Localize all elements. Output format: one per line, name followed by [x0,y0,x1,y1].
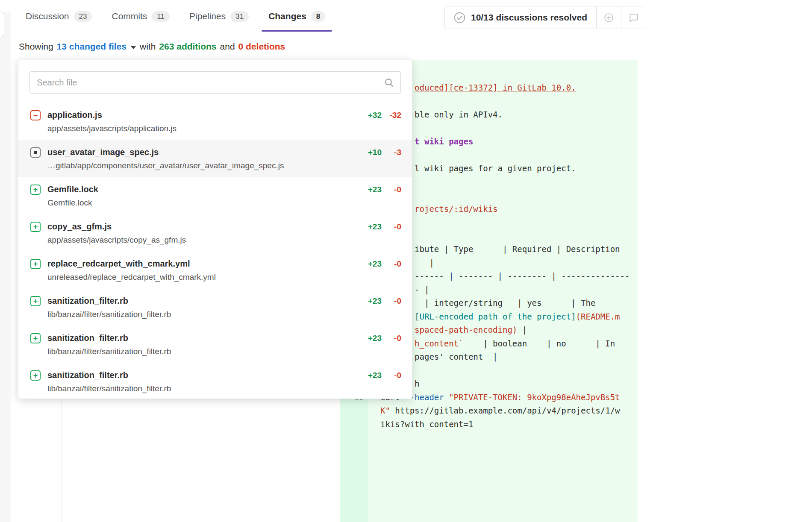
file-name: sanitization_filter.rb [47,370,358,381]
file-stats: +23 -0 [358,185,401,194]
file-plus-icon [30,296,41,306]
discussions-resolved-status: 10/13 discussions resolved [445,6,596,29]
search-file-input[interactable] [29,71,401,94]
file-path: unreleased/replace_redcarpet_with_cmark.… [47,272,358,282]
file-name: sanitization_filter.rb [47,332,358,343]
resolve-in-new-issue-button[interactable] [596,6,621,29]
deletions-count: -3 [382,148,401,157]
deletions-count: -0 [382,185,401,194]
file-info: sanitization_filter.rb lib/banzai/filter… [47,332,358,356]
tab-count-badge: 11 [152,11,170,22]
file-name: user_avatar_image_spec.js [47,147,358,158]
file-info: sanitization_filter.rb lib/banzai/filter… [47,370,358,393]
diff-summary: Showing 13 changed files with 263 additi… [19,41,285,52]
file-row[interactable]: sanitization_filter.rb lib/banzai/filter… [18,289,412,326]
file-info: sanitization_filter.rb lib/banzai/filter… [47,295,358,319]
file-dot-icon [30,147,41,158]
additions-count: +32 [358,111,382,120]
file-info: replace_redcarpet_with_cmark.yml unrelea… [47,258,358,282]
file-row[interactable]: replace_redcarpet_with_cmark.yml unrelea… [18,252,412,289]
tab-discussion[interactable]: Discussion 23 [19,0,99,32]
file-plus-icon [30,259,41,269]
comment-icon [628,12,639,23]
file-stats: +23 -0 [358,222,401,232]
deletions-count: -0 [382,334,401,343]
file-path: app/assets/javascripts/copy_as_gfm.js [47,235,358,245]
deletions-count: -32 [382,111,401,120]
file-stats: +23 -0 [358,259,401,269]
toggle-comments-button[interactable] [621,6,646,29]
file-row[interactable]: sanitization_filter.rb lib/banzai/filter… [18,363,412,399]
deletions-total: 0 deletions [238,41,285,52]
file-row[interactable]: user_avatar_image_spec.js …gitlab/app/co… [18,140,412,177]
file-minus-icon [30,110,41,120]
summary-with-label: with [140,41,156,52]
search-icon [384,78,394,88]
file-name: replace_redcarpet_with_cmark.yml [47,258,358,269]
additions-count: +23 [358,185,382,194]
file-path: lib/banzai/filter/sanitization_filter.rb [47,384,358,393]
file-path: …gitlab/app/components/user_avatar/user_… [47,161,358,170]
file-info: Gemfile.lock Gemfile.lock [47,184,358,208]
file-name: Gemfile.lock [47,184,358,195]
additions-count: +23 [358,371,382,380]
chevron-down-icon [130,46,136,49]
additions-count: +23 [358,259,382,269]
tab-commits[interactable]: Commits 11 [105,0,177,32]
deletions-count: -0 [382,371,401,380]
changed-files-dropdown: application.js app/assets/javascripts/ap… [18,60,412,399]
file-stats: +23 -0 [358,296,401,306]
file-path: app/assets/javascripts/application.js [47,123,358,133]
file-plus-icon [30,370,41,381]
file-row[interactable]: Gemfile.lock Gemfile.lock +23 -0 [18,177,412,214]
file-stats: +32 -32 [358,111,401,120]
deletions-count: -0 [382,259,401,269]
merge-request-changes-page: Discussion 23 Commits 11 Pipelines 31 Ch… [0,0,812,522]
changed-files-link-text: 13 changed files [57,41,127,52]
left-edge-panel [0,12,11,522]
file-plus-icon [30,222,41,232]
resolved-count-text: 10/13 discussions resolved [471,12,587,23]
tab-pipelines[interactable]: Pipelines 31 [182,0,256,32]
file-path: lib/banzai/filter/sanitization_filter.rb [47,346,358,356]
changed-files-dropdown-toggle[interactable]: 13 changed files [57,41,136,52]
file-search [29,71,401,94]
tab-count-badge: 23 [74,11,92,22]
file-row[interactable]: sanitization_filter.rb lib/banzai/filter… [18,326,412,363]
tab-changes[interactable]: Changes 8 [262,0,332,32]
file-path: Gemfile.lock [47,198,358,208]
discussions-status-bar: 10/13 discussions resolved [444,6,646,29]
file-path: lib/banzai/filter/sanitization_filter.rb [47,309,358,319]
file-row[interactable]: copy_as_gfm.js app/assets/javascripts/co… [18,214,412,252]
tab-label: Commits [112,11,147,21]
file-row[interactable]: application.js app/assets/javascripts/ap… [18,103,412,140]
file-plus-icon [30,333,41,343]
deletions-count: -0 [382,296,401,306]
additions-count: +23 [358,334,382,343]
file-name: application.js [47,109,358,120]
file-plus-icon [30,185,41,195]
deletions-count: -0 [382,222,401,232]
file-stats: +23 -0 [358,371,401,380]
file-stats: +23 -0 [358,334,401,343]
tab-label: Pipelines [189,11,226,21]
tab-count-badge: 31 [230,11,249,22]
file-info: copy_as_gfm.js app/assets/javascripts/co… [47,221,358,245]
additions-count: +10 [358,148,382,157]
file-info: application.js app/assets/javascripts/ap… [47,109,358,133]
left-edge-widget [0,12,4,37]
tab-label: Discussion [26,11,69,21]
additions-count: +23 [358,296,382,306]
additions-total: 263 additions [159,41,216,52]
tab-count-badge: 8 [311,11,325,22]
file-name: sanitization_filter.rb [47,295,358,306]
diff-code: oduced][ce-13372] in GitLab 10.0. ble on… [380,81,630,431]
file-stats: +10 -3 [358,148,401,157]
summary-showing-label: Showing [19,41,53,52]
check-circle-icon [454,12,465,23]
additions-count: +23 [358,222,382,232]
changed-files-list: application.js app/assets/javascripts/ap… [18,103,412,399]
mr-tabs: Discussion 23 Commits 11 Pipelines 31 Ch… [19,0,332,32]
new-issue-icon [603,12,614,23]
file-info: user_avatar_image_spec.js …gitlab/app/co… [47,147,358,170]
